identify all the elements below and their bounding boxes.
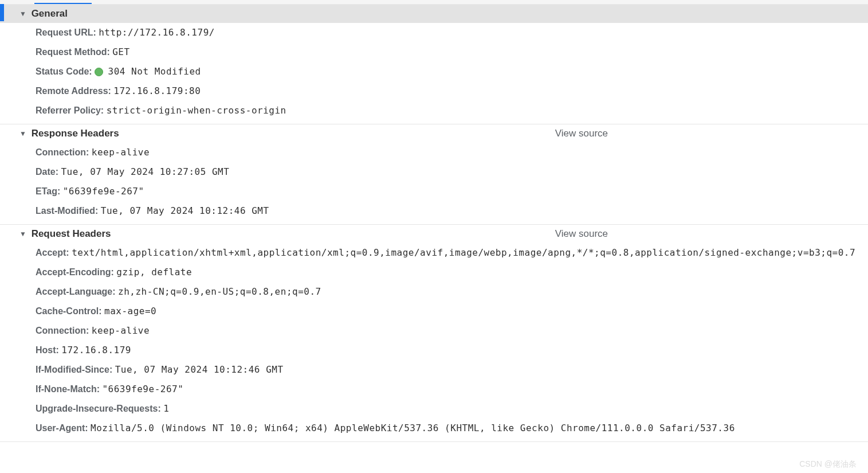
kv-row: Host: 172.16.8.179 (36, 341, 868, 360)
section-general-header[interactable]: ▼ General (0, 5, 868, 23)
kv-row: User-Agent: Mozilla/5.0 (Windows NT 10.0… (36, 419, 868, 438)
kv-row: Remote Address: 172.16.8.179:80 (36, 81, 868, 101)
kv-value: http://172.16.8.179/ (99, 27, 215, 38)
kv-row: Accept: text/html,application/xhtml+xml,… (36, 243, 868, 263)
kv-row: Cache-Control: max-age=0 (36, 302, 868, 321)
section-request-title: Request Headers (32, 228, 111, 239)
kv-row: Upgrade-Insecure-Requests: 1 (36, 399, 868, 419)
kv-value: Tue, 07 May 2024 10:12:46 GMT (101, 205, 269, 216)
selection-indicator (0, 4, 4, 21)
kv-value: "6639fe9e-267" (63, 186, 144, 197)
kv-row: Date: Tue, 07 May 2024 10:27:05 GMT (36, 162, 868, 182)
kv-row: If-Modified-Since: Tue, 07 May 2024 10:1… (36, 360, 868, 380)
kv-value: keep-alive (92, 325, 150, 336)
divider (0, 441, 868, 442)
kv-label: Status Code: (36, 67, 92, 76)
section-request-body: Accept: text/html,application/xhtml+xml,… (0, 243, 868, 441)
kv-value: 1 (163, 403, 169, 414)
watermark: CSDN @佬油条 (799, 459, 857, 470)
kv-value: 172.16.8.179:80 (113, 85, 201, 96)
kv-value: 172.16.8.179 (61, 345, 131, 355)
kv-value: max-age=0 (104, 306, 156, 316)
kv-label: Request Method: (36, 47, 110, 57)
kv-value: gzip, deflate (116, 267, 192, 277)
kv-label: Date: (36, 167, 58, 177)
section-response-header[interactable]: ▼ Response Headers View source (0, 124, 868, 143)
kv-row: Request URL: http://172.16.8.179/ (36, 23, 868, 42)
kv-value: 304 Not Modified (108, 66, 201, 77)
top-stripe (0, 0, 868, 5)
kv-value: GET (112, 46, 129, 57)
kv-row: Referrer Policy: strict-origin-when-cros… (36, 101, 868, 120)
kv-label: If-Modified-Since: (36, 365, 112, 374)
section-response-body: Connection: keep-alive Date: Tue, 07 May… (0, 143, 868, 224)
kv-label: ETag: (36, 186, 60, 196)
chevron-down-icon: ▼ (19, 130, 26, 138)
kv-label: Connection: (36, 147, 89, 157)
kv-label: Accept-Encoding: (36, 267, 114, 277)
kv-label: Last-Modified: (36, 206, 98, 216)
section-general-body: Request URL: http://172.16.8.179/ Reques… (0, 23, 868, 124)
kv-row: Status Code: 304 Not Modified (36, 62, 868, 81)
kv-value: strict-origin-when-cross-origin (107, 105, 286, 116)
view-source-link[interactable]: View source (555, 128, 849, 139)
view-source-link[interactable]: View source (555, 228, 849, 240)
kv-label: Accept: (36, 248, 69, 257)
kv-value: Mozilla/5.0 (Windows NT 10.0; Win64; x64… (91, 423, 735, 433)
kv-value: keep-alive (92, 147, 150, 158)
devtools-headers-panel: ▼ General Request URL: http://172.16.8.1… (0, 0, 868, 473)
chevron-down-icon: ▼ (19, 230, 26, 238)
kv-label: Cache-Control: (36, 306, 102, 316)
kv-row: Accept-Encoding: gzip, deflate (36, 263, 868, 282)
section-request-header[interactable]: ▼ Request Headers View source (0, 225, 868, 243)
chevron-down-icon: ▼ (19, 10, 26, 18)
kv-label: User-Agent: (36, 423, 88, 433)
kv-value: Tue, 07 May 2024 10:27:05 GMT (61, 166, 229, 177)
kv-row: Last-Modified: Tue, 07 May 2024 10:12:46… (36, 201, 868, 221)
kv-value: text/html,application/xhtml+xml,applicat… (72, 247, 855, 258)
kv-value: "6639fe9e-267" (102, 384, 183, 394)
kv-label: Connection: (36, 326, 89, 335)
kv-row: Connection: keep-alive (36, 321, 868, 341)
kv-value: Tue, 07 May 2024 10:12:46 GMT (115, 364, 284, 375)
kv-row: Connection: keep-alive (36, 143, 868, 162)
section-general-title: General (32, 8, 68, 19)
status-dot-icon (95, 68, 103, 76)
kv-row: ETag: "6639fe9e-267" (36, 182, 868, 201)
section-response-title: Response Headers (32, 128, 119, 139)
kv-value: zh,zh-CN;q=0.9,en-US;q=0.8,en;q=0.7 (118, 286, 321, 297)
kv-label: Request URL: (36, 28, 96, 37)
kv-row: Accept-Language: zh,zh-CN;q=0.9,en-US;q=… (36, 282, 868, 302)
active-tab-underline (34, 3, 92, 4)
kv-label: Remote Address: (36, 86, 111, 96)
kv-label: Host: (36, 345, 59, 355)
kv-row: Request Method: GET (36, 42, 868, 62)
kv-label: If-None-Match: (36, 384, 100, 394)
kv-label: Accept-Language: (36, 287, 116, 296)
kv-row: If-None-Match: "6639fe9e-267" (36, 380, 868, 399)
kv-label: Referrer Policy: (36, 105, 104, 115)
kv-label: Upgrade-Insecure-Requests: (36, 404, 161, 413)
